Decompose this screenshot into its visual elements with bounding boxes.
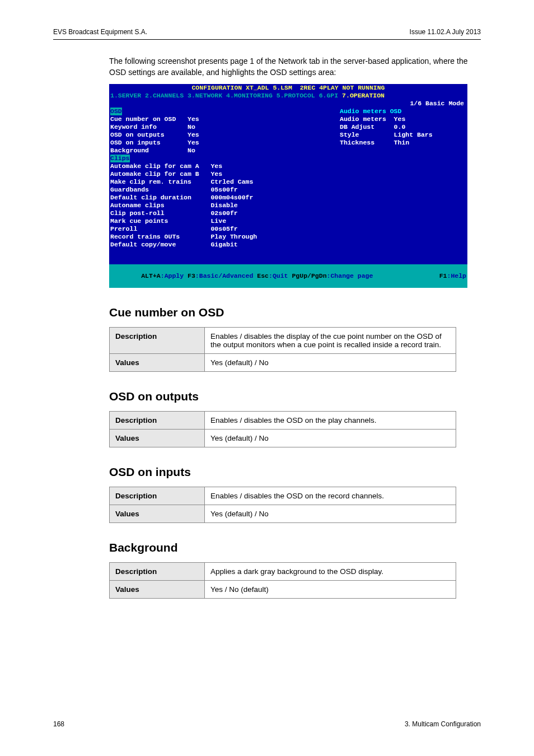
terminal-clips-row: Record trains OUTs Play Through xyxy=(110,233,466,241)
values-label: Values xyxy=(110,580,205,598)
terminal-clips-row: Default copy/move Gigabit xyxy=(110,241,466,249)
section-title: OSD on outputs xyxy=(109,390,481,403)
terminal-audio-row: Audio meters Yes xyxy=(340,115,466,123)
description-label: Description xyxy=(110,487,205,505)
terminal-clips-header: Clips xyxy=(110,155,130,162)
description-value: Enables / disables the display of the cu… xyxy=(205,327,456,353)
intro-paragraph: The following screenshot presents page 1… xyxy=(109,55,481,78)
terminal-clips-row: Preroll 00s05fr xyxy=(110,225,466,233)
values-value: Yes / No (default) xyxy=(205,580,456,598)
description-value: Enables / disables the OSD on the play c… xyxy=(205,411,456,429)
terminal-osd-row: OSD on outputs Yes xyxy=(110,131,222,139)
hotkey-quit: Esc xyxy=(257,272,269,279)
property-table: DescriptionApplies a dark gray backgroun… xyxy=(109,562,456,599)
terminal-clips-row: Automake clip for cam A Yes xyxy=(110,162,466,170)
hotkey-help: F1 xyxy=(439,272,447,279)
section-title: Cue number on OSD xyxy=(109,306,481,319)
terminal-audio-row: Style Light Bars xyxy=(340,131,466,139)
property-table: DescriptionEnables / disables the OSD on… xyxy=(109,487,456,523)
terminal-clips-row: Guardbands 05s00fr xyxy=(110,186,466,194)
page-number: 168 xyxy=(53,720,64,728)
footer-section: 3. Multicam Configuration xyxy=(405,720,481,728)
description-label: Description xyxy=(110,562,205,580)
hotkey-page: PgUp/PgDn xyxy=(292,272,326,279)
page-footer: 168 3. Multicam Configuration xyxy=(53,720,481,728)
values-value: Yes (default) / No xyxy=(205,353,456,371)
description-label: Description xyxy=(110,327,205,353)
terminal-osd-row: Cue number on OSD Yes xyxy=(110,115,222,123)
page-header: EVS Broadcast Equipment S.A. Issue 11.02… xyxy=(53,28,481,40)
terminal-audio-row: Thickness Thin xyxy=(340,139,466,147)
terminal-screenshot: CONFIGURATION XT_ADL 5.LSM 2REC 4PLAY NO… xyxy=(109,84,467,288)
terminal-footer: ALT+A:Apply F3:Basic/Advanced Esc:Quit P… xyxy=(109,264,467,288)
header-right: Issue 11.02.A July 2013 xyxy=(410,28,481,36)
terminal-clips-row: Mark cue points Live xyxy=(110,217,466,225)
terminal-clips-row: Automake clip for cam B Yes xyxy=(110,170,466,178)
values-label: Values xyxy=(110,505,205,522)
terminal-tab-active: 7.OPERATION xyxy=(342,92,385,99)
terminal-title: CONFIGURATION XT_ADL 5.LSM 2REC 4PLAY NO… xyxy=(110,84,466,92)
terminal-osd-row: Keyword info No xyxy=(110,123,222,131)
terminal-osd-row: Background No xyxy=(110,147,222,155)
description-label: Description xyxy=(110,411,205,429)
terminal-osd-header: OSD xyxy=(110,108,122,115)
section-title: OSD on inputs xyxy=(109,465,481,479)
section-title: Background xyxy=(109,541,481,554)
hotkey-basicadv: F3 xyxy=(188,272,195,279)
description-value: Enables / disables the OSD on the record… xyxy=(205,487,456,505)
header-left: EVS Broadcast Equipment S.A. xyxy=(53,28,147,36)
property-table: DescriptionEnables / disables the OSD on… xyxy=(109,411,456,447)
terminal-clips-row: Make clip rem. trains Ctrled Cams xyxy=(110,178,466,186)
terminal-clips-row: Default clip duration 000m04s00fr xyxy=(110,194,466,202)
terminal-osd-row: OSD on inputs Yes xyxy=(110,139,222,147)
hotkey-apply: ALT+A xyxy=(141,272,161,279)
values-label: Values xyxy=(110,429,205,447)
terminal-clips-row: Autoname clips Disable xyxy=(110,202,466,209)
terminal-audio-header: Audio meters OSD xyxy=(340,108,401,115)
terminal-tabs: 1.SERVER 2.CHANNELS 3.NETWORK 4.MONITORI… xyxy=(110,92,466,100)
terminal-mode-indicator: 1/6 Basic Mode xyxy=(110,100,466,108)
property-table: DescriptionEnables / disables the displa… xyxy=(109,327,456,372)
terminal-clips-row: Clip post-roll 02s00fr xyxy=(110,209,466,217)
terminal-audio-row: DB Adjust 0.0 xyxy=(340,123,466,131)
values-value: Yes (default) / No xyxy=(205,505,456,522)
values-value: Yes (default) / No xyxy=(205,429,456,447)
description-value: Applies a dark gray background to the OS… xyxy=(205,562,456,580)
values-label: Values xyxy=(110,353,205,371)
